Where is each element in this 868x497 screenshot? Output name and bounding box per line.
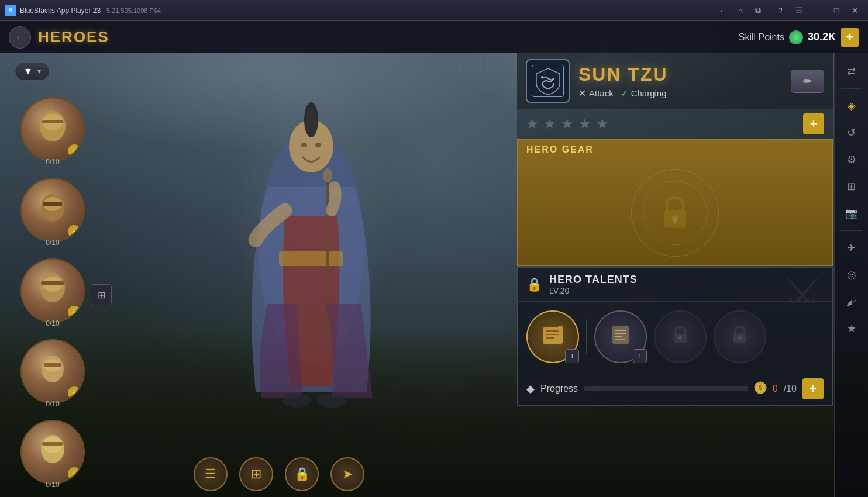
star-4: ★ [578, 116, 591, 132]
add-stars-button[interactable]: + [803, 113, 824, 134]
svg-point-24 [323, 168, 332, 182]
page-title: HEROES [38, 28, 109, 46]
skill-1-icon [538, 320, 567, 354]
svg-rect-12 [44, 363, 61, 367]
hero-name-area: SUN TZU ✕ Attack ✓ Charging [578, 64, 668, 99]
titlebar-nav: ← ⌂ ⧉ [716, 4, 765, 18]
svg-point-26 [317, 394, 346, 408]
skill-slot-2[interactable]: 1 [594, 310, 647, 363]
charging-check-icon: ✓ [621, 88, 628, 99]
hero-list-item[interactable]: 🔒 [20, 339, 85, 403]
talents-title: HERO TALENTS [549, 274, 638, 286]
sidebar-icon-camera[interactable]: 📷 [839, 201, 864, 226]
star-2: ★ [543, 116, 556, 132]
talents-bg-decoration: ⚔ [781, 268, 824, 301]
nav-copy-button[interactable]: ⧉ [751, 4, 765, 18]
sidebar-icon-main[interactable]: ◈ [839, 94, 864, 118]
hero-talents-header: 🔒 HERO TALENTS LV.20 ⚔ [518, 268, 832, 302]
bottom-nav-target-button[interactable]: ⊞ [239, 457, 273, 491]
grid-view-toggle[interactable]: ⊞ [91, 284, 112, 305]
nav-home-button[interactable]: ⌂ [733, 4, 748, 18]
sidebar-icon-star[interactable]: ★ [839, 316, 864, 341]
skill-2-badge: 1 [633, 349, 647, 363]
hero-gear-header: HERO GEAR [518, 140, 832, 160]
hero-list: 🔒 0/10 🔒 0/10 [15, 97, 91, 495]
bottom-nav-list-button[interactable]: ☰ [194, 457, 228, 491]
progress-label: Progress [540, 384, 578, 394]
progress-total-count: /10 [784, 384, 797, 394]
back-button[interactable]: ← [9, 26, 31, 49]
sidebar-icon-settings[interactable]: ⚙ [839, 147, 864, 172]
top-navigation-bar: ← HEROES Skill Points 30.2K + [0, 21, 868, 53]
back-icon: ← [15, 31, 25, 43]
add-skill-points-button[interactable]: + [841, 28, 859, 47]
hero-list-item[interactable]: 🔒 [20, 258, 85, 323]
help-button[interactable]: ? [772, 4, 788, 18]
hero-lock-icon: 🔒 [68, 386, 81, 399]
hero-silhouette [117, 56, 505, 450]
add-progress-button[interactable]: + [802, 378, 824, 399]
bottom-nav-forward-button[interactable]: ➤ [330, 457, 364, 491]
minimize-button[interactable]: ─ [810, 4, 826, 18]
edit-hero-button[interactable]: ✏ [791, 70, 824, 93]
sidebar-icon-flight[interactable]: ✈ [839, 236, 864, 260]
progress-current-count: 0 [773, 384, 778, 394]
star-5: ★ [596, 116, 609, 132]
nav-back-button[interactable]: ← [716, 4, 730, 18]
hero-list-item[interactable]: 🔒 [20, 178, 85, 242]
bottom-nav-lock-button[interactable]: 🔒 [285, 457, 319, 491]
hero-list-item[interactable]: 🔒 [20, 97, 85, 161]
app-icon: B [5, 5, 16, 16]
hero-tags: ✕ Attack ✓ Charging [578, 88, 668, 99]
menu-button[interactable]: ☰ [791, 4, 807, 18]
svg-point-35 [557, 326, 563, 332]
svg-rect-30 [674, 218, 677, 223]
skill-slot-4[interactable] [714, 310, 766, 363]
svg-point-42 [678, 336, 682, 340]
attack-label: Attack [589, 88, 614, 98]
sidebar-icon-paint[interactable]: 🖌 [839, 289, 864, 314]
edit-icon: ✏ [803, 75, 812, 87]
titlebar: B BlueStacks App Player 23 5.21.505.1008… [0, 0, 868, 21]
filter-dropdown[interactable]: ▼ ▾ [15, 62, 50, 81]
talents-lock-icon: 🔒 [526, 277, 542, 292]
hero-emblem [526, 59, 570, 103]
svg-rect-6 [43, 202, 62, 206]
svg-point-21 [301, 143, 307, 147]
svg-rect-36 [612, 326, 629, 344]
svg-rect-3 [42, 120, 63, 123]
progress-diamond-icon: ◆ [526, 382, 535, 395]
sidebar-icon-circle[interactable]: ◎ [839, 263, 864, 287]
sidebar-icon-grid[interactable]: ⊞ [839, 174, 864, 199]
hero-progress-text: 0/10 [46, 239, 59, 247]
edit-button-area: ✏ [791, 70, 824, 93]
sidebar-icon-refresh[interactable]: ↺ [839, 120, 864, 145]
hero-lock-icon: 🔒 [68, 225, 81, 238]
hero-header: SUN TZU ✕ Attack ✓ Charging ✏ [517, 53, 833, 109]
game-area: ← HEROES Skill Points 30.2K + ▼ ▾ [0, 21, 868, 497]
gear-circle-outer [631, 169, 719, 257]
filter-arrow-icon: ▾ [37, 67, 41, 75]
progress-coin-icon: $ [754, 381, 767, 397]
maximize-button[interactable]: □ [828, 4, 845, 18]
svg-marker-0 [793, 34, 800, 41]
svg-rect-17 [279, 251, 343, 266]
hero-name: SUN TZU [578, 64, 668, 85]
svg-rect-20 [306, 108, 316, 132]
hero-progress-text: 0/10 [46, 319, 59, 327]
svg-rect-15 [42, 442, 63, 446]
svg-rect-9 [41, 281, 64, 285]
bottom-navigation: ☰ ⊞ 🔒 ➤ [70, 457, 488, 491]
star-1: ★ [526, 116, 539, 132]
skill-slot-3[interactable] [654, 310, 707, 363]
close-button[interactable]: ✕ [847, 4, 863, 18]
sidebar-icon-expand[interactable]: ⇄ [839, 59, 864, 84]
charging-label: Charging [631, 88, 667, 98]
svg-point-22 [315, 143, 321, 147]
app-title: BlueStacks App Player 23 5.21.505.1008 P… [20, 6, 716, 15]
skill-slot-1[interactable]: 1 [526, 310, 579, 363]
hero-gear-section: HERO GEAR [517, 139, 833, 266]
attack-icon: ✕ [578, 88, 586, 99]
hero-gear-content [518, 160, 832, 265]
gear-lock-icon [652, 189, 698, 236]
